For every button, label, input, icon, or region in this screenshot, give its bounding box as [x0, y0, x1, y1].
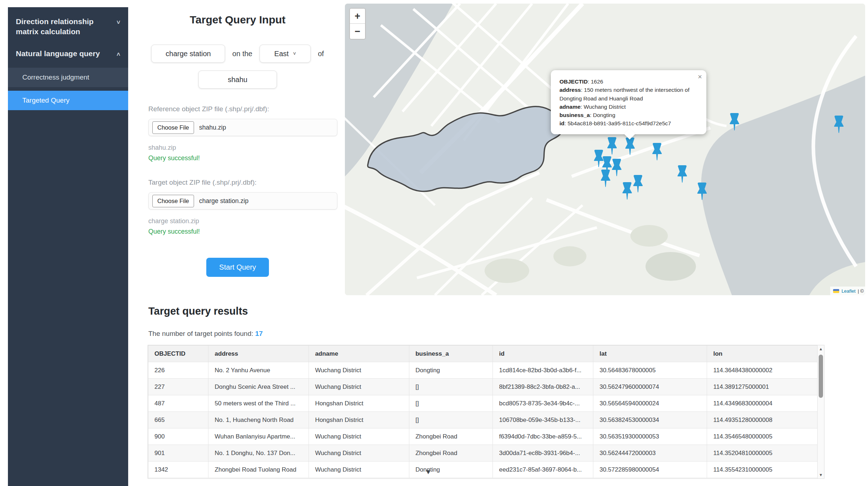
cell: 114.35542310000005 [707, 462, 818, 478]
cell: Zhongbei Road Tuolang Road [208, 462, 309, 478]
cell: 227 [148, 379, 208, 395]
popup-close-icon[interactable]: × [698, 73, 702, 80]
phrase-connector: on the [232, 50, 252, 58]
chevron-down-icon: ˅ [293, 51, 296, 57]
cell: Zhongbei Road [409, 445, 493, 462]
cell: 1cd814ce-82bd-3b0d-a3b6-f... [493, 362, 593, 379]
sidebar-item-natural-language-query[interactable]: Natural language query ˄ [8, 39, 128, 61]
reference-status-text: Query successful! [148, 154, 338, 162]
cell: Zhongbei Road [409, 428, 493, 445]
popup-field: business_a: Dongting [559, 111, 698, 119]
cell: f6394d0d-7dbc-33be-a859-5... [493, 428, 593, 445]
cell: Wuchang District [309, 462, 409, 478]
target-file-name: charge station.zip [199, 197, 248, 205]
cell: 106708be-059e-345b-b133-... [493, 412, 593, 428]
map-canvas[interactable]: + − × OBJECTID: 1626address: 150 meters … [345, 4, 865, 295]
cell: 114.3891275000001 [707, 379, 818, 395]
popup-content: OBJECTID: 1626address: 150 meters northw… [559, 77, 698, 128]
phrase-connector: of [318, 50, 324, 58]
reference-object-input[interactable] [198, 71, 277, 89]
header-cell: id [493, 346, 593, 362]
cell: 30.56483678000005 [593, 362, 707, 379]
cell: No. 1, Huacheng North Road [208, 412, 309, 428]
scrollbar-down-icon[interactable]: ▼ [818, 473, 824, 477]
table-row: 48750 meters west of the Third ...Hongsh… [148, 395, 818, 412]
scrollbar-thumb[interactable] [819, 355, 823, 398]
reference-file-input[interactable]: Choose File shahu.zip [148, 119, 337, 136]
cell: 114.36484380000002 [707, 362, 818, 379]
cell: Wuchang District [309, 362, 409, 379]
popup-field: OBJECTID: 1626 [559, 77, 698, 86]
table-row: 900Wuhan Banlanyisu Apartme...Wuchang Di… [148, 428, 818, 445]
table-row: 901No. 1 Donghu, No. 137 Don...Wuchang D… [148, 445, 818, 462]
page-title: Target Query Input [137, 14, 338, 26]
cell: 50 meters west of the Third ... [208, 395, 309, 412]
sidebar-item-label: Correctness judgment [22, 73, 89, 81]
sidebar-item-correctness-judgment[interactable]: Correctness judgment [8, 68, 128, 87]
cell: [] [409, 395, 493, 412]
target-file-input[interactable]: Choose File charge station.zip [148, 192, 337, 210]
reference-phrase-row [137, 71, 338, 89]
cell: Dongting [409, 462, 493, 478]
table-row: 1342Zhongbei Road Tuolang RoadWuchang Di… [148, 462, 818, 478]
cell: Wuchang District [309, 445, 409, 462]
table-row: 227Donghu Scenic Area Street ...Wuchang … [148, 379, 818, 395]
cell: bcd80573-8735-3e34-9b4c-... [493, 395, 593, 412]
cell: 30.565645940000024 [593, 395, 707, 412]
start-query-button[interactable]: Start Query [206, 258, 269, 277]
cell: Hongshan District [309, 412, 409, 428]
ukraine-flag-icon [833, 289, 839, 293]
cell: 114.35465480000005 [707, 428, 818, 445]
popup-field: address: 150 meters northwest of the int… [559, 86, 698, 103]
reference-zip-label: Reference object ZIP file (.shp/.prj/.db… [148, 105, 338, 113]
cell: 901 [148, 445, 208, 462]
direction-select[interactable]: East ˅ [260, 45, 311, 63]
cell: 665 [148, 412, 208, 428]
sidebar-item-direction-matrix[interactable]: Direction relationship matrix calculatio… [8, 7, 128, 39]
results-table-wrap: OBJECTIDaddressadnamebusiness_aidlatlon … [148, 345, 824, 479]
map-popup: × OBJECTID: 1626address: 150 meters nort… [551, 70, 706, 134]
table-scrollbar[interactable]: ▲ ▼ [817, 345, 824, 478]
cell: 3d00da71-ec8b-3931-96b4-... [493, 445, 593, 462]
target-object-input[interactable] [151, 45, 225, 63]
cell: 30.56244472000003 [593, 445, 707, 462]
query-form: Target Query Input on the East ˅ of Refe… [137, 0, 338, 277]
cell: 30.572285980000054 [593, 462, 707, 478]
header-cell: business_a [409, 346, 493, 362]
zoom-in-button[interactable]: + [350, 9, 365, 24]
target-status-text: Query successful! [148, 228, 338, 235]
reference-file-name: shahu.zip [199, 124, 226, 131]
query-phrase-row: on the East ˅ of [137, 45, 338, 63]
map-attribution: Leaflet | © [830, 287, 865, 295]
header-cell: address [208, 346, 309, 362]
leaflet-attribution-link[interactable]: Leaflet [841, 288, 855, 294]
chevron-down-icon: ˅ [117, 19, 120, 27]
count-label: The number of target points found: [148, 330, 253, 337]
cell: [] [409, 379, 493, 395]
cell: Wuhan Banlanyisu Apartme... [208, 428, 309, 445]
sidebar-item-label: Natural language query [16, 49, 114, 59]
cell: 30.563519300000053 [593, 428, 707, 445]
sidebar-item-targeted-query[interactable]: Targeted Query [8, 91, 128, 110]
cell: 1342 [148, 462, 208, 478]
sidebar: Direction relationship matrix calculatio… [8, 7, 128, 486]
choose-file-button[interactable]: Choose File [152, 121, 194, 134]
zoom-out-button[interactable]: − [350, 24, 365, 39]
cell: Wuchang District [309, 428, 409, 445]
table-row: 226No. 2 Yanhu AvenueWuchang DistrictDon… [148, 362, 818, 379]
scrollbar-up-icon[interactable]: ▲ [818, 347, 824, 351]
direction-select-value: East [274, 50, 289, 58]
choose-file-button[interactable]: Choose File [152, 195, 194, 207]
table-row: 665No. 1, Huacheng North RoadHongshan Di… [148, 412, 818, 428]
results-count-line: The number of target points found: 17 [148, 330, 263, 338]
results-title: Target query results [148, 305, 248, 317]
cell: eed231c7-85af-3697-8064-b... [493, 462, 593, 478]
table-header: OBJECTIDaddressadnamebusiness_aidlatlon [148, 346, 818, 362]
map-zoom-control: + − [349, 8, 366, 40]
header-cell: adname [309, 346, 409, 362]
cell: 30.562479600000074 [593, 379, 707, 395]
target-zip-label: Target object ZIP file (.shp/.prj/.dbf): [148, 179, 338, 186]
cell: Dongting [409, 362, 493, 379]
attribution-suffix: | © [858, 288, 864, 294]
cell: 30.563824530000034 [593, 412, 707, 428]
